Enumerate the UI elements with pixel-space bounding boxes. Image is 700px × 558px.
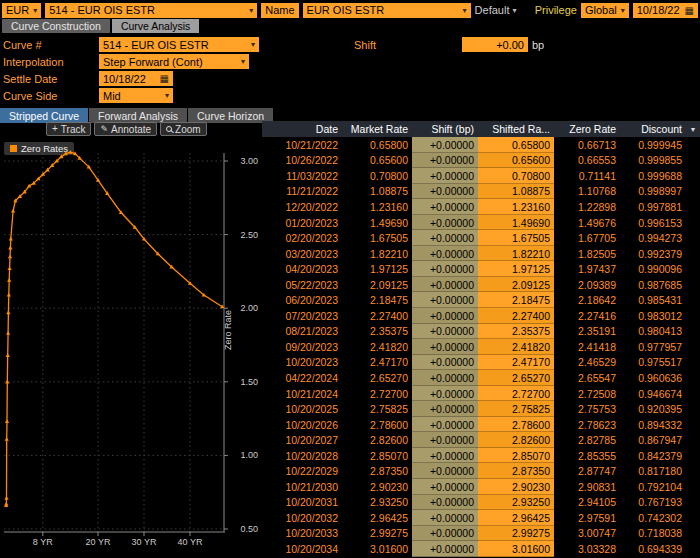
market-rate-cell[interactable]: 2.65270 bbox=[342, 370, 412, 386]
name-field[interactable]: EUR OIS ESTR ▾ bbox=[303, 3, 471, 18]
header-zero-rate[interactable]: Zero Rate bbox=[554, 121, 620, 137]
market-rate-cell[interactable]: 1.67505 bbox=[342, 230, 412, 246]
market-rate-cell[interactable]: 2.85070 bbox=[342, 448, 412, 464]
table-row[interactable]: 05/22/20232.09125+0.000002.091252.093890… bbox=[262, 277, 700, 293]
header-shift-bp[interactable]: Shift (bp) bbox=[412, 121, 478, 137]
table-row[interactable]: 09/20/20232.41820+0.000002.418202.414180… bbox=[262, 339, 700, 355]
shift-cell[interactable]: +0.00000 bbox=[412, 230, 478, 246]
shift-cell[interactable]: +0.00000 bbox=[412, 277, 478, 293]
table-row[interactable]: 12/20/20221.23160+0.000001.231601.228980… bbox=[262, 199, 700, 215]
ticker-dropdown[interactable]: EUR ▾ bbox=[2, 3, 41, 18]
table-row[interactable]: 10/20/20282.85070+0.000002.850702.853550… bbox=[262, 448, 700, 464]
market-rate-cell[interactable]: 2.18475 bbox=[342, 292, 412, 308]
market-rate-cell[interactable]: 2.35375 bbox=[342, 324, 412, 340]
shift-cell[interactable]: +0.00000 bbox=[412, 479, 478, 495]
header-discount[interactable]: Discount bbox=[620, 121, 686, 137]
zero-rate-chart[interactable] bbox=[4, 147, 230, 539]
table-row[interactable]: 10/20/20343.01600+0.000003.016003.033280… bbox=[262, 541, 700, 557]
tab-curve-analysis[interactable]: Curve Analysis bbox=[112, 19, 199, 33]
table-row[interactable]: 04/20/20231.97125+0.000001.971251.974370… bbox=[262, 261, 700, 277]
market-rate-cell[interactable]: 2.87350 bbox=[342, 463, 412, 479]
shift-cell[interactable]: +0.00000 bbox=[412, 417, 478, 433]
market-rate-cell[interactable]: 2.93250 bbox=[342, 495, 412, 511]
shift-cell[interactable]: +0.00000 bbox=[412, 541, 478, 557]
default-dropdown[interactable]: Default ▾ bbox=[475, 4, 517, 16]
shift-cell[interactable]: +0.00000 bbox=[412, 308, 478, 324]
shift-cell[interactable]: +0.00000 bbox=[412, 432, 478, 448]
table-row[interactable]: 10/20/20312.93250+0.000002.932502.941050… bbox=[262, 495, 700, 511]
shift-cell[interactable]: +0.00000 bbox=[412, 137, 478, 153]
shift-cell[interactable]: +0.00000 bbox=[412, 355, 478, 371]
table-row[interactable]: 10/20/20322.96425+0.000002.964252.975910… bbox=[262, 510, 700, 526]
table-row[interactable]: 11/21/20221.08875+0.000001.088751.107680… bbox=[262, 184, 700, 200]
shift-cell[interactable]: +0.00000 bbox=[412, 215, 478, 231]
market-rate-cell[interactable]: 0.65800 bbox=[342, 137, 412, 153]
table-row[interactable]: 10/20/20272.82600+0.000002.826002.827850… bbox=[262, 432, 700, 448]
shift-cell[interactable]: +0.00000 bbox=[412, 510, 478, 526]
shift-cell[interactable]: +0.00000 bbox=[412, 370, 478, 386]
market-rate-cell[interactable]: 2.09125 bbox=[342, 277, 412, 293]
market-rate-cell[interactable]: 2.72700 bbox=[342, 386, 412, 402]
interpolation-dropdown[interactable]: Step Forward (Cont) ▾ bbox=[99, 54, 249, 69]
track-button[interactable]: + Track bbox=[46, 122, 91, 136]
market-rate-cell[interactable]: 0.70800 bbox=[342, 168, 412, 184]
header-shifted-rate[interactable]: Shifted Ra... bbox=[478, 121, 554, 137]
shift-cell[interactable]: +0.00000 bbox=[412, 526, 478, 542]
table-row[interactable]: 03/20/20231.82210+0.000001.822101.825050… bbox=[262, 246, 700, 262]
sort-arrow-icon[interactable]: ▼ bbox=[686, 121, 700, 137]
table-row[interactable]: 10/20/20232.47170+0.000002.471702.465290… bbox=[262, 355, 700, 371]
table-row[interactable]: 10/22/20292.87350+0.000002.873502.877470… bbox=[262, 463, 700, 479]
market-rate-cell[interactable]: 0.65600 bbox=[342, 153, 412, 169]
market-rate-cell[interactable]: 1.82210 bbox=[342, 246, 412, 262]
table-row[interactable]: 06/20/20232.18475+0.000002.184752.186420… bbox=[262, 292, 700, 308]
market-rate-cell[interactable]: 2.78600 bbox=[342, 417, 412, 433]
shift-cell[interactable]: +0.00000 bbox=[412, 339, 478, 355]
shift-cell[interactable]: +0.00000 bbox=[412, 153, 478, 169]
table-row[interactable]: 10/21/20242.72700+0.000002.727002.725080… bbox=[262, 386, 700, 402]
market-rate-cell[interactable]: 1.49690 bbox=[342, 215, 412, 231]
curve-selector-dropdown[interactable]: 514 - EUR OIS ESTR ▾ bbox=[45, 3, 257, 18]
market-rate-cell[interactable]: 2.82600 bbox=[342, 432, 412, 448]
table-row[interactable]: 10/21/20220.65800+0.000000.658000.667130… bbox=[262, 137, 700, 153]
market-rate-cell[interactable]: 2.75825 bbox=[342, 401, 412, 417]
zoom-button[interactable]: Zoom bbox=[160, 122, 207, 136]
table-row[interactable]: 02/20/20231.67505+0.000001.675051.677050… bbox=[262, 230, 700, 246]
market-rate-cell[interactable]: 1.23160 bbox=[342, 199, 412, 215]
market-rate-cell[interactable]: 2.96425 bbox=[342, 510, 412, 526]
market-rate-cell[interactable]: 3.01600 bbox=[342, 541, 412, 557]
shift-cell[interactable]: +0.00000 bbox=[412, 401, 478, 417]
shift-cell[interactable]: +0.00000 bbox=[412, 184, 478, 200]
table-row[interactable]: 10/20/20262.78600+0.000002.786002.786230… bbox=[262, 417, 700, 433]
market-rate-cell[interactable]: 2.99275 bbox=[342, 526, 412, 542]
annotate-button[interactable]: ✎ Annotate bbox=[94, 122, 157, 136]
table-row[interactable]: 08/21/20232.35375+0.000002.353752.351910… bbox=[262, 324, 700, 340]
curve-number-dropdown[interactable]: 514 - EUR OIS ESTR ▾ bbox=[99, 37, 259, 52]
shift-cell[interactable]: +0.00000 bbox=[412, 168, 478, 184]
shift-cell[interactable]: +0.00000 bbox=[412, 292, 478, 308]
shift-cell[interactable]: +0.00000 bbox=[412, 324, 478, 340]
shift-cell[interactable]: +0.00000 bbox=[412, 246, 478, 262]
table-row[interactable]: 10/26/20220.65600+0.000000.656000.665530… bbox=[262, 153, 700, 169]
table-row[interactable]: 04/22/20242.65270+0.000002.652702.655470… bbox=[262, 370, 700, 386]
privilege-dropdown[interactable]: Global ▾ bbox=[581, 3, 629, 18]
settle-date-field[interactable]: 10/18/22 ▦ bbox=[99, 71, 173, 86]
as-of-date-field[interactable]: 10/18/22 ▦ bbox=[633, 3, 698, 18]
table-row[interactable]: 10/20/20252.75825+0.000002.758252.757530… bbox=[262, 401, 700, 417]
table-row[interactable]: 10/20/20332.99275+0.000002.992753.007470… bbox=[262, 526, 700, 542]
shift-cell[interactable]: +0.00000 bbox=[412, 261, 478, 277]
table-row[interactable]: 07/20/20232.27400+0.000002.274002.274160… bbox=[262, 308, 700, 324]
shift-cell[interactable]: +0.00000 bbox=[412, 495, 478, 511]
table-row[interactable]: 10/21/20302.90230+0.000002.902302.908310… bbox=[262, 479, 700, 495]
shift-input[interactable]: +0.00 bbox=[462, 37, 528, 52]
market-rate-cell[interactable]: 2.41820 bbox=[342, 339, 412, 355]
market-rate-cell[interactable]: 2.27400 bbox=[342, 308, 412, 324]
header-market-rate[interactable]: Market Rate bbox=[342, 121, 412, 137]
table-row[interactable]: 01/20/20231.49690+0.000001.496901.496760… bbox=[262, 215, 700, 231]
market-rate-cell[interactable]: 1.97125 bbox=[342, 261, 412, 277]
shift-cell[interactable]: +0.00000 bbox=[412, 463, 478, 479]
shift-cell[interactable]: +0.00000 bbox=[412, 386, 478, 402]
shift-cell[interactable]: +0.00000 bbox=[412, 199, 478, 215]
shift-cell[interactable]: +0.00000 bbox=[412, 448, 478, 464]
market-rate-cell[interactable]: 1.08875 bbox=[342, 184, 412, 200]
tab-curve-construction[interactable]: Curve Construction bbox=[2, 19, 110, 33]
